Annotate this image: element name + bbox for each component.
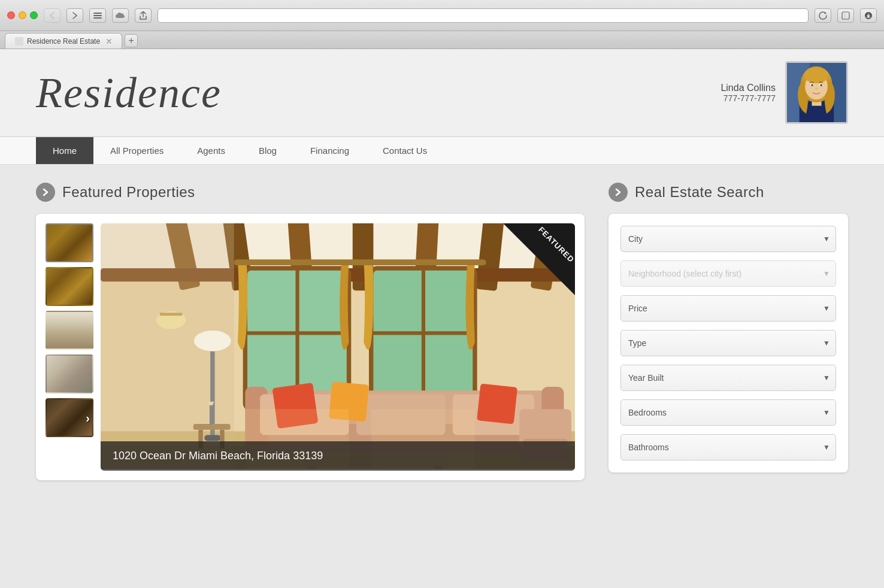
new-tab-button[interactable]: + — [125, 34, 138, 47]
agent-photo — [785, 61, 848, 124]
download-button[interactable] — [860, 8, 877, 23]
svg-point-16 — [804, 68, 828, 83]
sidebar-button[interactable] — [89, 8, 106, 23]
property-thumbnails: › — [46, 223, 93, 471]
forward-button[interactable] — [66, 8, 83, 23]
svg-point-60 — [194, 331, 231, 351]
address-bar[interactable] — [158, 8, 809, 23]
share-button[interactable] — [135, 8, 152, 23]
svg-rect-1 — [93, 15, 102, 16]
search-title-text: Real Estate Search — [635, 184, 764, 201]
svg-rect-67 — [193, 424, 231, 430]
svg-rect-2 — [93, 17, 102, 19]
thumbnail-4[interactable] — [46, 354, 93, 393]
search-section: Real Estate Search City ▼ Neighborhood (… — [608, 183, 848, 480]
nav-agents[interactable]: Agents — [180, 137, 242, 164]
site-header: Residence Linda Collins 777-777-7777 — [0, 49, 884, 137]
minimize-button[interactable] — [19, 11, 26, 19]
svg-rect-0 — [93, 13, 102, 14]
svg-rect-58 — [477, 384, 517, 425]
thumbnail-1[interactable] — [46, 223, 93, 262]
svg-rect-70 — [210, 405, 213, 425]
svg-rect-61 — [204, 435, 220, 441]
main-content: Featured Properties › — [0, 165, 884, 498]
nav-contact-us[interactable]: Contact Us — [366, 137, 444, 164]
browser-tab[interactable]: Residence Real Estate — [5, 33, 122, 49]
tab-title: Residence Real Estate — [27, 37, 100, 46]
property-address: 1020 Ocean Dr Miami Beach, Florida 33139 — [101, 441, 575, 471]
type-dropdown-wrapper: Type ▼ — [620, 330, 836, 356]
featured-title-text: Featured Properties — [62, 184, 195, 201]
reload-button[interactable] — [815, 8, 831, 23]
reading-list-button[interactable] — [837, 8, 854, 23]
nav-all-properties[interactable]: All Properties — [93, 137, 180, 164]
city-dropdown-wrapper: City ▼ — [620, 226, 836, 252]
close-button[interactable] — [7, 11, 15, 19]
svg-rect-39 — [160, 313, 182, 316]
price-dropdown[interactable]: Price — [620, 295, 836, 322]
site-navigation: Home All Properties Agents Blog Financin… — [0, 137, 884, 165]
featured-properties-section: Featured Properties › — [36, 183, 585, 480]
bedrooms-dropdown[interactable]: Bedrooms — [620, 399, 836, 426]
property-layout: › — [46, 223, 575, 471]
properties-panel: › — [36, 214, 585, 480]
website: Residence Linda Collins 777-777-7777 — [0, 49, 884, 588]
main-property-image: FEATURED 1020 Ocean Dr Miami Beach, Flor… — [101, 223, 575, 471]
type-dropdown[interactable]: Type — [620, 330, 836, 356]
tab-bar: Residence Real Estate + — [0, 31, 884, 49]
fullscreen-button[interactable] — [30, 11, 38, 19]
bathrooms-dropdown[interactable]: Bathrooms — [620, 434, 836, 460]
svg-rect-48 — [234, 259, 486, 265]
bathrooms-dropdown-wrapper: Bathrooms ▼ — [620, 434, 836, 460]
site-logo: Residence — [36, 71, 222, 114]
agent-name: Linda Collins — [720, 83, 776, 93]
svg-rect-6 — [15, 37, 23, 46]
thumbnail-5[interactable]: › — [46, 398, 93, 437]
svg-rect-4 — [843, 13, 846, 18]
agent-text: Linda Collins 777-777-7777 — [720, 83, 776, 103]
neighborhood-dropdown[interactable]: Neighborhood (select city first) — [620, 260, 836, 287]
browser-chrome — [0, 0, 884, 31]
nav-financing[interactable]: Financing — [293, 137, 366, 164]
search-arrow-icon — [608, 183, 628, 202]
nav-blog[interactable]: Blog — [242, 137, 293, 164]
address-text: 1020 Ocean Dr Miami Beach, Florida 33139 — [113, 450, 323, 462]
featured-section-title: Featured Properties — [36, 183, 585, 202]
year-built-dropdown-wrapper: Year Built ▼ — [620, 365, 836, 391]
next-arrow-icon: › — [86, 411, 90, 425]
bedrooms-dropdown-wrapper: Bedrooms ▼ — [620, 399, 836, 426]
featured-arrow-icon — [36, 183, 55, 202]
neighborhood-dropdown-wrapper: Neighborhood (select city first) ▼ — [620, 260, 836, 287]
svg-point-23 — [815, 88, 818, 90]
svg-rect-47 — [422, 268, 425, 409]
agent-info: Linda Collins 777-777-7777 — [720, 61, 848, 124]
svg-point-21 — [812, 84, 813, 86]
year-built-dropdown[interactable]: Year Built — [620, 365, 836, 391]
back-button[interactable] — [44, 8, 60, 23]
search-section-title: Real Estate Search — [608, 183, 848, 202]
traffic-lights — [7, 11, 38, 19]
nav-home[interactable]: Home — [36, 137, 93, 164]
cloud-button[interactable] — [112, 8, 129, 23]
city-dropdown[interactable]: City — [620, 226, 836, 252]
thumbnail-2[interactable] — [46, 267, 93, 306]
agent-phone: 777-777-7777 — [720, 93, 776, 103]
price-dropdown-wrapper: Price ▼ — [620, 295, 836, 322]
svg-point-22 — [821, 84, 822, 86]
thumbnail-3[interactable] — [46, 311, 93, 350]
search-panel: City ▼ Neighborhood (select city first) … — [608, 214, 848, 472]
